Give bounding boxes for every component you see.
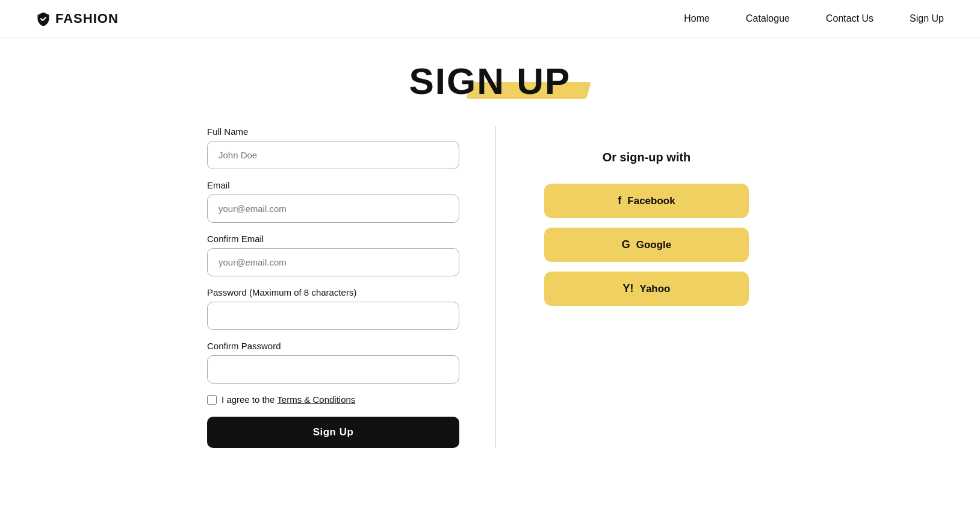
label-full-name: Full Name — [207, 126, 459, 137]
nav-link-contact[interactable]: Contact Us — [826, 13, 873, 23]
input-full-name[interactable] — [207, 141, 459, 169]
terms-link[interactable]: Terms & Conditions — [277, 394, 355, 405]
field-password: Password (Maximum of 8 characters) — [207, 287, 459, 330]
label-password: Password (Maximum of 8 characters) — [207, 287, 459, 297]
terms-checkbox-row: I agree to the Terms & Conditions — [207, 394, 459, 405]
logo-text: FASHION — [55, 11, 119, 26]
terms-label: I agree to the Terms & Conditions — [222, 394, 355, 405]
nav-link-home[interactable]: Home — [684, 13, 710, 23]
nav-item-signup[interactable]: Sign Up — [910, 13, 944, 24]
nav-item-contact[interactable]: Contact Us — [826, 13, 873, 24]
navbar: FASHION Home Catalogue Contact Us Sign U… — [0, 0, 980, 38]
label-confirm-email: Confirm Email — [207, 234, 459, 244]
terms-checkbox[interactable] — [207, 395, 217, 405]
yahoo-icon: Y! — [622, 282, 633, 295]
social-title: Or sign-up with — [603, 151, 691, 164]
field-full-name: Full Name — [207, 126, 459, 169]
google-icon: G — [622, 238, 630, 251]
facebook-label: Facebook — [627, 195, 675, 207]
nav-item-home[interactable]: Home — [684, 13, 710, 24]
nav-link-signup[interactable]: Sign Up — [910, 13, 944, 23]
signup-button[interactable]: Sign Up — [207, 417, 459, 448]
field-confirm-email: Confirm Email — [207, 234, 459, 276]
label-confirm-password: Confirm Password — [207, 341, 459, 351]
page-title: SIGN UP — [409, 60, 571, 102]
facebook-signup-button[interactable]: f Facebook — [544, 184, 749, 218]
field-email: Email — [207, 180, 459, 223]
input-confirm-password[interactable] — [207, 355, 459, 384]
logo-shield-icon — [36, 11, 51, 26]
yahoo-label: Yahoo — [639, 283, 670, 295]
nav-item-catalogue[interactable]: Catalogue — [746, 13, 790, 24]
logo: FASHION — [36, 11, 119, 26]
checkbox-text: I agree to the — [222, 394, 277, 405]
field-confirm-password: Confirm Password — [207, 341, 459, 384]
input-email[interactable] — [207, 194, 459, 223]
label-email: Email — [207, 180, 459, 190]
social-section: Or sign-up with f Facebook G Google Y! Y… — [496, 126, 773, 306]
input-confirm-email[interactable] — [207, 248, 459, 276]
page-title-section: SIGN UP — [0, 38, 980, 126]
main-content: Full Name Email Confirm Email Password (… — [0, 126, 980, 448]
input-password[interactable] — [207, 302, 459, 330]
google-label: Google — [636, 239, 672, 251]
facebook-icon: f — [618, 194, 621, 207]
form-section: Full Name Email Confirm Email Password (… — [207, 126, 496, 448]
nav-link-catalogue[interactable]: Catalogue — [746, 13, 790, 23]
google-signup-button[interactable]: G Google — [544, 228, 749, 262]
nav-links: Home Catalogue Contact Us Sign Up — [684, 13, 944, 24]
yahoo-signup-button[interactable]: Y! Yahoo — [544, 272, 749, 306]
page-title-wrapper: SIGN UP — [409, 60, 571, 102]
